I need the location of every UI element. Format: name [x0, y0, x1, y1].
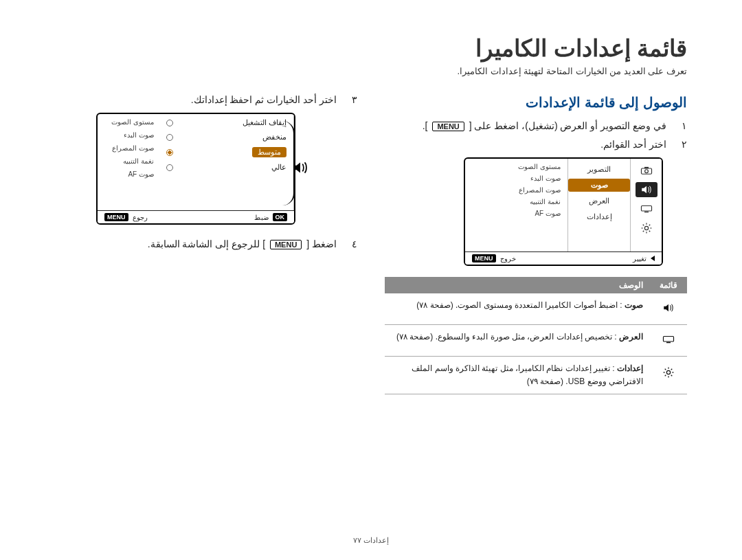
- step-4-text-a: اضغط [: [306, 238, 337, 249]
- table-head-menu: قائمة: [650, 277, 687, 293]
- page-footer: إعدادات ٧٧: [0, 536, 742, 545]
- step-number: ٣: [344, 94, 357, 106]
- speaker-icon: [291, 159, 309, 179]
- radio-unchecked-icon: [166, 134, 173, 141]
- lcd-option-preview: إيقاف التشغيل منخفض متوسط عالي: [96, 113, 295, 225]
- step-1-text-b: ].: [423, 120, 428, 131]
- menu-key-small: MENU: [104, 213, 128, 221]
- svg-line-24: [671, 369, 673, 370]
- svg-line-12: [642, 231, 644, 232]
- menu-key: MENU: [270, 240, 302, 249]
- svg-line-10: [642, 225, 644, 226]
- footer-set: ضبط: [254, 214, 269, 221]
- table-row: صوت : اضبط أصوات الكاميرا المتعددة ومستو…: [385, 293, 687, 324]
- detail-item: نغمة التنبيه: [103, 157, 154, 165]
- section-heading: الوصول إلى قائمة الإعدادات: [385, 94, 687, 111]
- row-text: : تخصيص إعدادات العرض، مثل صورة البدء وا…: [396, 332, 617, 341]
- menu-key: MENU: [432, 122, 464, 131]
- gear-icon: [650, 356, 687, 394]
- lcd-category-list: التصوير صوت العرض إعدادات: [568, 159, 630, 251]
- svg-rect-14: [664, 336, 674, 341]
- step-4: ٤ اضغط [ MENU ] للرجوع إلى الشاشة السابق…: [55, 238, 357, 250]
- svg-line-21: [665, 369, 666, 370]
- list-item[interactable]: إعدادات: [568, 210, 630, 223]
- ok-key-small: OK: [273, 213, 288, 221]
- option-list: إيقاف التشغيل منخفض متوسط عالي: [159, 114, 294, 210]
- svg-rect-3: [641, 206, 651, 212]
- detail-item: صوت AF: [472, 210, 561, 217]
- radio-unchecked-icon: [166, 120, 173, 126]
- row-bold: صوت: [625, 300, 643, 310]
- row-text: : تغيير إعدادات نظام الكاميرا، مثل تهيئة…: [412, 363, 643, 386]
- svg-line-13: [649, 225, 650, 226]
- radio-unchecked-icon: [166, 164, 173, 171]
- step-3: ٣ اختر أحد الخيارات ثم احفظ إعداداتك.: [55, 94, 357, 106]
- detail-item: صوت المصراع: [103, 144, 154, 152]
- detail-item: صوت البدء: [472, 175, 561, 182]
- option-label: متوسط: [252, 147, 286, 157]
- option-row[interactable]: منخفض: [166, 133, 286, 142]
- row-bold: إعدادات: [617, 363, 643, 373]
- svg-point-5: [644, 226, 648, 229]
- row-text: : اضبط أصوات الكاميرا المتعددة ومستوى ال…: [416, 300, 622, 310]
- footer-exit: خروج: [500, 255, 516, 262]
- detail-item: صوت AF: [103, 170, 154, 178]
- list-item[interactable]: التصوير: [568, 163, 630, 176]
- lcd-menu-preview: التصوير صوت العرض إعدادات مستوى الصوت صو…: [464, 157, 663, 266]
- table-row: العرض : تخصيص إعدادات العرض، مثل صورة ال…: [385, 324, 687, 356]
- option-label: منخفض: [262, 133, 286, 142]
- column-left: ٣ اختر أحد الخيارات ثم احفظ إعداداتك. إي…: [55, 94, 357, 394]
- svg-rect-4: [644, 212, 649, 213]
- step-1-text-a: في وضع التصوير أو العرض (تشغيل)، اضغط عل…: [469, 120, 666, 131]
- table-row: إعدادات : تغيير إعدادات نظام الكاميرا، م…: [385, 356, 687, 394]
- camera-icon: [636, 163, 657, 178]
- page-title: قائمة إعدادات الكاميرا: [55, 34, 687, 62]
- step-2-text: اختر أحد القوائم.: [600, 139, 666, 150]
- lcd-footer: OK ضبط رجوع MENU: [98, 210, 294, 223]
- svg-line-23: [665, 375, 666, 377]
- detail-item: مستوى الصوت: [103, 118, 154, 126]
- page-subtitle: تعرف على العديد من الخيارات المتاحة لتهي…: [55, 66, 687, 76]
- svg-point-1: [644, 170, 648, 173]
- step-4-text-b: ] للرجوع إلى الشاشة السابقة.: [148, 238, 265, 249]
- svg-point-16: [666, 371, 670, 374]
- lcd-tab-strip: [630, 159, 662, 251]
- list-item[interactable]: صوت: [568, 179, 630, 192]
- detail-item: نغمة التنبيه: [472, 198, 561, 205]
- gear-icon: [636, 221, 657, 236]
- step-2: ٢ اختر أحد القوائم.: [385, 139, 687, 150]
- speaker-icon: [636, 182, 657, 197]
- step-3-text: اختر أحد الخيارات ثم احفظ إعداداتك.: [191, 94, 337, 106]
- svg-line-22: [671, 375, 673, 377]
- menu-description-table: قائمة الوصف صوت : اضبط أصوات الكاميرا ال…: [385, 277, 687, 394]
- svg-rect-15: [666, 342, 671, 344]
- step-1: ١ في وضع التصوير أو العرض (تشغيل)، اضغط …: [385, 120, 687, 132]
- display-icon: [636, 201, 657, 216]
- option-row[interactable]: عالي: [166, 163, 286, 172]
- option-row[interactable]: إيقاف التشغيل: [166, 118, 286, 127]
- speaker-icon: [650, 293, 687, 324]
- footer-change: تغيير: [633, 255, 647, 262]
- option-row[interactable]: متوسط: [166, 147, 286, 157]
- svg-rect-2: [644, 167, 649, 168]
- step-number: ١: [673, 120, 687, 132]
- option-label: إيقاف التشغيل: [243, 118, 286, 127]
- step-number: ٢: [673, 139, 687, 150]
- detail-item: صوت المصراع: [472, 186, 561, 194]
- radio-checked-icon: [166, 149, 173, 156]
- list-item[interactable]: العرض: [568, 194, 630, 208]
- lcd-footer: تغيير خروج MENU: [465, 251, 662, 265]
- lcd-detail-list: مستوى الصوت صوت البدء صوت المصراع نغمة ا…: [465, 159, 568, 251]
- column-right: الوصول إلى قائمة الإعدادات ١ في وضع التص…: [385, 94, 687, 394]
- option-label: عالي: [271, 163, 286, 172]
- detail-item: مستوى الصوت: [472, 163, 561, 170]
- step-number: ٤: [344, 238, 357, 250]
- display-icon: [650, 324, 687, 356]
- row-bold: العرض: [619, 332, 643, 341]
- svg-line-11: [649, 231, 650, 232]
- lcd-detail-list: مستوى الصوت صوت البدء صوت المصراع نغمة ا…: [98, 114, 159, 210]
- menu-key-small: MENU: [472, 254, 496, 262]
- detail-item: صوت البدء: [103, 131, 154, 139]
- table-head-desc: الوصف: [385, 277, 650, 293]
- footer-back: رجوع: [133, 214, 148, 221]
